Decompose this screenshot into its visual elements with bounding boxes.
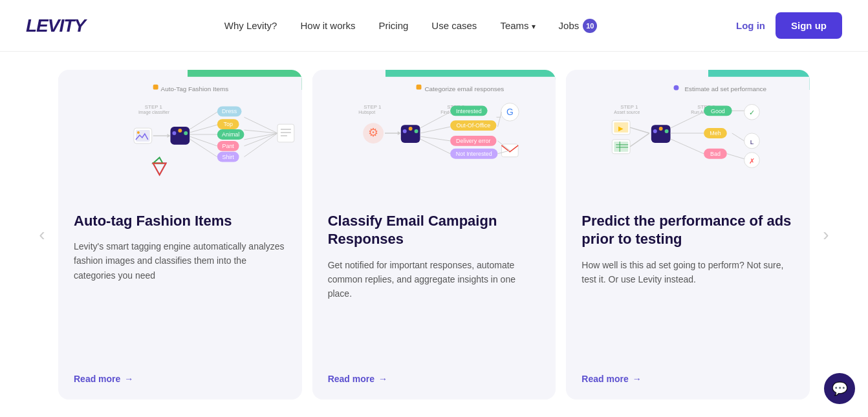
svg-text:Dress: Dress: [222, 108, 237, 114]
card-title-ads: Predict the performance of ads prior to …: [581, 212, 794, 249]
main-content: ‹ Auto-tag fashion items Auto-Tag Fashio…: [0, 52, 868, 417]
next-arrow-button[interactable]: ›: [810, 218, 842, 251]
svg-text:✓: ✓: [749, 109, 755, 116]
svg-text:Out-Of-Office: Out-Of-Office: [456, 122, 490, 129]
read-more-classify[interactable]: Read more →: [328, 374, 541, 384]
nav-links: Why Levity? How it works Pricing Use cas…: [224, 19, 597, 33]
nav-use-cases[interactable]: Use cases: [431, 20, 477, 31]
card-title-auto-tag: Auto-tag Fashion Items: [74, 212, 287, 231]
svg-text:STEP 1: STEP 1: [363, 104, 382, 110]
svg-point-54: [408, 127, 412, 131]
card-image-ads: Estimate ad set performance STEP 1 Asset…: [566, 70, 810, 199]
svg-text:Meh: Meh: [710, 129, 721, 136]
svg-text:Shirt: Shirt: [222, 153, 235, 160]
svg-point-7: [137, 131, 140, 134]
svg-rect-34: [277, 124, 294, 142]
navbar: LEVITY Why Levity? How it works Pricing …: [0, 0, 868, 52]
read-more-auto-tag[interactable]: Read more →: [74, 374, 287, 384]
svg-text:L: L: [750, 138, 754, 145]
nav-pricing[interactable]: Pricing: [378, 20, 408, 31]
teams-chevron-icon: [532, 20, 536, 31]
arrow-right-icon: →: [633, 374, 642, 384]
card-body-classify: Classify Email Campaign Responses Get no…: [312, 199, 556, 400]
svg-point-77: [674, 85, 679, 90]
svg-text:Image classifier: Image classifier: [138, 110, 170, 115]
svg-rect-87: [614, 141, 629, 151]
prev-arrow-button[interactable]: ‹: [26, 218, 58, 251]
svg-rect-41: [312, 76, 556, 191]
cards-container: Auto-tag fashion items Auto-Tag Fashion …: [58, 70, 810, 400]
svg-point-11: [172, 131, 176, 135]
card-body-auto-tag: Auto-tag Fashion Items Levity's smart ta…: [58, 199, 302, 400]
svg-text:✗: ✗: [749, 156, 755, 164]
card-desc-auto-tag: Levity's smart tagging engine automatica…: [74, 239, 287, 361]
svg-point-55: [414, 129, 418, 133]
signup-button[interactable]: Sign up: [776, 12, 842, 39]
chat-icon: 💬: [832, 381, 848, 396]
svg-text:⚙: ⚙: [368, 125, 378, 138]
svg-text:Interested: Interested: [456, 108, 482, 114]
read-more-ads[interactable]: Read more →: [581, 374, 794, 384]
svg-rect-43: [416, 84, 421, 89]
svg-text:Asset source: Asset source: [614, 110, 640, 114]
card-desc-classify: Get notified for important responses, au…: [328, 258, 541, 362]
svg-text:G: G: [506, 107, 514, 117]
svg-rect-75: [566, 76, 810, 191]
svg-point-94: [659, 127, 663, 131]
card-body-ads: Predict the performance of ads prior to …: [566, 199, 810, 400]
card-auto-tag-fashion: Auto-tag fashion items Auto-Tag Fashion …: [58, 70, 302, 400]
svg-text:Auto-Tag Fashion Items: Auto-Tag Fashion Items: [161, 85, 229, 92]
card-classify-email: Classify Email Campaign Responses Catego…: [312, 70, 556, 400]
svg-text:STEP 1: STEP 1: [145, 104, 163, 110]
svg-point-95: [665, 129, 669, 133]
arrow-right-icon: →: [124, 374, 133, 384]
svg-text:Pant: Pant: [222, 142, 235, 149]
svg-point-93: [653, 129, 657, 133]
nav-how-it-works[interactable]: How it works: [300, 20, 355, 31]
arrow-right-icon: →: [378, 374, 387, 384]
svg-text:Bad: Bad: [710, 150, 721, 156]
svg-text:Delivery error: Delivery error: [456, 137, 490, 144]
nav-jobs[interactable]: Jobs 10: [559, 19, 598, 33]
svg-point-12: [178, 129, 182, 133]
card-image-auto-tag: Auto-Tag Fashion Items STEP 1 Image clas…: [58, 70, 302, 199]
jobs-badge: 10: [583, 19, 597, 33]
chat-bubble-button[interactable]: 💬: [824, 373, 855, 404]
card-ads-media: Ads media analysis Estimate ad set perfo…: [566, 70, 810, 400]
logo[interactable]: LEVITY: [26, 16, 85, 36]
svg-text:Animal: Animal: [222, 131, 239, 137]
svg-text:Hubspot: Hubspot: [358, 110, 375, 115]
svg-rect-2: [153, 84, 158, 89]
nav-teams[interactable]: Teams: [500, 20, 535, 31]
nav-actions: Log in Sign up: [736, 12, 842, 39]
card-image-classify: Categorize email responses STEP 1 Hubspo…: [312, 70, 556, 199]
login-button[interactable]: Log in: [736, 20, 765, 31]
svg-text:Not Interested: Not Interested: [455, 150, 492, 156]
svg-text:Top: Top: [223, 121, 232, 127]
svg-point-53: [402, 129, 406, 133]
svg-text:Estimate ad set performance: Estimate ad set performance: [685, 85, 767, 92]
svg-text:Good: Good: [711, 108, 725, 114]
svg-text:Categorize email responses: Categorize email responses: [424, 85, 504, 92]
svg-text:STEP 1: STEP 1: [621, 104, 639, 110]
svg-point-13: [184, 131, 188, 135]
nav-why-levity[interactable]: Why Levity?: [224, 20, 277, 31]
card-title-classify: Classify Email Campaign Responses: [328, 212, 541, 249]
card-desc-ads: How well is this ad set going to perform…: [581, 258, 794, 362]
svg-text:▶: ▶: [619, 125, 624, 132]
